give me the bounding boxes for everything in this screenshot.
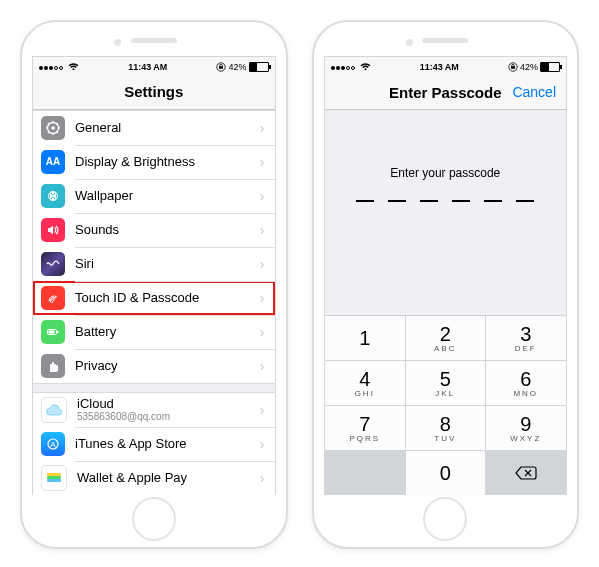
row-label: Battery bbox=[75, 324, 260, 339]
passcode-prompt: Enter your passcode bbox=[325, 166, 567, 180]
chevron-right-icon: › bbox=[260, 402, 265, 418]
svg-rect-20 bbox=[47, 473, 61, 476]
row-label: Sounds bbox=[75, 222, 260, 237]
chevron-right-icon: › bbox=[260, 436, 265, 452]
row-label: Siri bbox=[75, 256, 260, 271]
wifi-icon bbox=[360, 63, 371, 71]
row-siri[interactable]: Siri › bbox=[33, 247, 275, 281]
signal-dots-icon bbox=[39, 62, 64, 72]
key-2[interactable]: 2ABC bbox=[406, 316, 486, 360]
privacy-hand-icon bbox=[41, 354, 65, 378]
home-button[interactable] bbox=[132, 497, 176, 541]
orientation-lock-icon bbox=[508, 62, 518, 72]
chevron-right-icon: › bbox=[260, 154, 265, 170]
settings-list[interactable]: General › AA Display & Brightness › Wall… bbox=[33, 110, 275, 495]
key-5[interactable]: 5JKL bbox=[406, 361, 486, 405]
battery-icon bbox=[249, 62, 269, 72]
appstore-icon: A bbox=[41, 432, 65, 456]
signal-dots-icon bbox=[331, 62, 356, 72]
svg-line-10 bbox=[57, 123, 58, 124]
nav-title: Enter Passcode bbox=[389, 84, 502, 101]
speaker bbox=[422, 38, 468, 43]
chevron-right-icon: › bbox=[260, 358, 265, 374]
row-general[interactable]: General › bbox=[33, 111, 275, 145]
chevron-right-icon: › bbox=[260, 290, 265, 306]
backspace-icon bbox=[515, 466, 537, 480]
settings-group-1: General › AA Display & Brightness › Wall… bbox=[33, 110, 275, 384]
row-touch-id-passcode[interactable]: Touch ID & Passcode › bbox=[33, 281, 275, 315]
speaker bbox=[131, 38, 177, 43]
battery-icon bbox=[540, 62, 560, 72]
row-itunes-appstore[interactable]: A iTunes & App Store › bbox=[33, 427, 275, 461]
chevron-right-icon: › bbox=[260, 470, 265, 486]
row-label: Wallet & Apple Pay bbox=[77, 470, 260, 485]
key-8[interactable]: 8TUV bbox=[406, 406, 486, 450]
row-sounds[interactable]: Sounds › bbox=[33, 213, 275, 247]
home-button[interactable] bbox=[423, 497, 467, 541]
navbar: Enter Passcode Cancel bbox=[325, 75, 567, 110]
front-camera bbox=[406, 39, 413, 46]
wallet-icon bbox=[41, 465, 67, 491]
row-label: General bbox=[75, 120, 260, 135]
row-label: iCloud bbox=[77, 397, 260, 412]
status-bar: 11:43 AM 42% bbox=[325, 57, 567, 75]
svg-rect-16 bbox=[57, 331, 59, 333]
icloud-icon bbox=[41, 397, 67, 423]
svg-point-2 bbox=[51, 126, 55, 130]
key-4[interactable]: 4GHI bbox=[325, 361, 405, 405]
sounds-icon bbox=[41, 218, 65, 242]
row-icloud[interactable]: iCloud 535863608@qq.com › bbox=[33, 393, 275, 427]
wifi-icon bbox=[68, 63, 79, 71]
svg-line-7 bbox=[48, 123, 49, 124]
status-time: 11:43 AM bbox=[371, 62, 508, 72]
nav-title: Settings bbox=[124, 83, 183, 100]
key-7[interactable]: 7PQRS bbox=[325, 406, 405, 450]
battery-indicator: 42% bbox=[216, 62, 268, 72]
row-battery[interactable]: Battery › bbox=[33, 315, 275, 349]
orientation-lock-icon bbox=[216, 62, 226, 72]
row-label: Display & Brightness bbox=[75, 154, 260, 169]
settings-group-2: iCloud 535863608@qq.com › A iTunes & App… bbox=[33, 392, 275, 495]
row-privacy[interactable]: Privacy › bbox=[33, 349, 275, 383]
siri-icon bbox=[41, 252, 65, 276]
row-wallet-applepay[interactable]: Wallet & Apple Pay › bbox=[33, 461, 275, 495]
svg-line-8 bbox=[57, 132, 58, 133]
numeric-keypad: 1 2ABC 3DEF 4GHI 5JKL 6MNO 7PQRS 8TUV 9W… bbox=[325, 315, 567, 495]
row-label: Privacy bbox=[75, 358, 260, 373]
display-icon: AA bbox=[41, 150, 65, 174]
navbar: Settings bbox=[33, 75, 275, 110]
key-6[interactable]: 6MNO bbox=[486, 361, 566, 405]
key-9[interactable]: 9WXYZ bbox=[486, 406, 566, 450]
cancel-button[interactable]: Cancel bbox=[512, 84, 556, 100]
chevron-right-icon: › bbox=[260, 188, 265, 204]
screen-passcode: 11:43 AM 42% Enter Passcode Cancel Enter… bbox=[324, 56, 568, 495]
key-1[interactable]: 1 bbox=[325, 316, 405, 360]
svg-rect-17 bbox=[49, 330, 55, 333]
chevron-right-icon: › bbox=[260, 222, 265, 238]
svg-line-9 bbox=[48, 132, 49, 133]
battery-pct: 42% bbox=[228, 62, 246, 72]
svg-point-14 bbox=[52, 195, 54, 197]
row-display-brightness[interactable]: AA Display & Brightness › bbox=[33, 145, 275, 179]
gear-icon bbox=[41, 116, 65, 140]
chevron-right-icon: › bbox=[260, 256, 265, 272]
passcode-dashes bbox=[325, 200, 567, 202]
passcode-body: Enter your passcode 1 2ABC 3DEF 4GHI 5JK… bbox=[325, 110, 567, 495]
status-bar: 11:43 AM 42% bbox=[33, 57, 275, 75]
phone-passcode: 11:43 AM 42% Enter Passcode Cancel Enter… bbox=[312, 20, 580, 549]
row-sublabel: 535863608@qq.com bbox=[77, 411, 260, 423]
fingerprint-icon bbox=[41, 286, 65, 310]
svg-rect-21 bbox=[47, 476, 61, 479]
phone-settings: 11:43 AM 42% Settings General › bbox=[20, 20, 288, 549]
key-0[interactable]: 0 bbox=[406, 451, 486, 495]
chevron-right-icon: › bbox=[260, 324, 265, 340]
key-3[interactable]: 3DEF bbox=[486, 316, 566, 360]
row-label: Touch ID & Passcode bbox=[75, 290, 260, 305]
battery-indicator: 42% bbox=[508, 62, 560, 72]
screen-settings: 11:43 AM 42% Settings General › bbox=[32, 56, 276, 495]
wallpaper-icon bbox=[41, 184, 65, 208]
key-backspace[interactable] bbox=[486, 451, 566, 495]
row-label: iTunes & App Store bbox=[75, 436, 260, 451]
key-blank bbox=[325, 451, 405, 495]
row-wallpaper[interactable]: Wallpaper › bbox=[33, 179, 275, 213]
